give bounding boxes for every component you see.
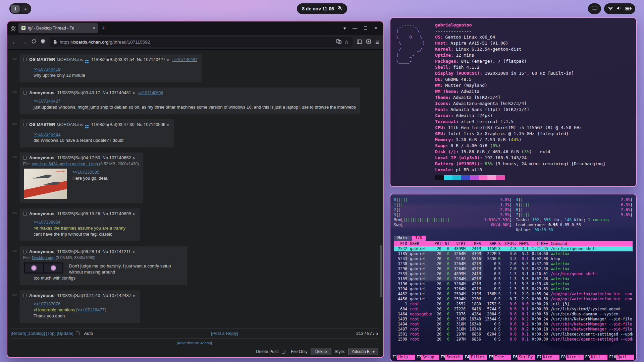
post-menu-arrow-icon[interactable]: ▶ — [133, 294, 136, 297]
post-backlink[interactable]: >>107140506 — [138, 90, 163, 95]
column-header[interactable]: MEM% — [517, 241, 529, 246]
process-row[interactable]: 1464messagebus200787642642084S0.00.10:00… — [394, 312, 633, 317]
close-button[interactable]: × — [374, 25, 377, 32]
column-header[interactable]: SHR — [481, 241, 496, 246]
scrollbar-thumb[interactable] — [380, 245, 382, 297]
quote-link[interactable]: >>107140427 — [34, 99, 60, 104]
post-number[interactable]: No.107141211 — [103, 249, 131, 254]
fkey-label[interactable]: Filter — [469, 355, 487, 360]
post-checkbox[interactable] — [23, 123, 27, 126]
column-header[interactable]: PRI — [432, 241, 441, 246]
post-checkbox[interactable] — [23, 250, 27, 253]
post-menu-arrow-icon[interactable]: ▶ — [133, 212, 136, 216]
fkey[interactable]: F5 — [487, 355, 493, 360]
post-number[interactable]: No.107142487 — [103, 293, 131, 298]
fkey-label[interactable]: Setup — [421, 355, 439, 360]
translate-icon[interactable]: A — [336, 39, 341, 45]
style-select[interactable]: Yotsuba B ▾ — [348, 348, 378, 355]
quote-link[interactable]: >>107135585 — [72, 170, 99, 175]
column-header[interactable]: NI — [441, 241, 449, 246]
column-header[interactable]: USER — [407, 241, 432, 246]
process-row[interactable]: 1501root200297M68566204S0.00.10:00.00/us… — [394, 332, 633, 337]
tab-list-chevron-icon[interactable]: ▾ — [343, 25, 346, 31]
quote-link[interactable]: >>107139964 — [34, 220, 60, 225]
column-header[interactable]: TIME+ — [529, 241, 548, 246]
column-header[interactable]: PID — [394, 241, 407, 246]
fkey-label[interactable]: Quit — [616, 355, 634, 360]
quick-settings[interactable] — [604, 3, 635, 14]
process-row[interactable]: 4452gabriel2002584M219M136MS1.32.90:05.9… — [394, 292, 633, 297]
screen-share-indicator[interactable] — [588, 3, 601, 14]
file-only-checkbox[interactable] — [282, 350, 285, 354]
fkey-label[interactable]: Nice + — [566, 355, 584, 360]
process-row[interactable]: 1493root200318M1634813344S0.00.20:00.24/… — [394, 317, 633, 322]
tracking-shield-icon[interactable] — [41, 39, 45, 45]
process-row[interactable]: 684root2002722064165744S0.00.10:00.09/us… — [394, 307, 633, 312]
process-table-header[interactable]: PIDUSERPRINIVIRTRESSHRSCPU%▽MEM%TIME+Com… — [394, 241, 633, 246]
column-header[interactable]: CPU%▽ — [502, 241, 517, 246]
fkey[interactable]: F6 — [511, 355, 518, 360]
fkey[interactable]: F2 — [415, 355, 421, 360]
url-text[interactable]: https://boards.4chan.org/g/thread/107115… — [60, 40, 150, 45]
process-row[interactable]: 1509root200297M68560S0.00.10:00.00/usr/l… — [394, 337, 633, 342]
post-menu-arrow-icon[interactable]: ▶ — [167, 123, 170, 126]
post-checkbox[interactable] — [23, 294, 27, 297]
post-number[interactable]: No.107140652 — [103, 155, 131, 160]
htop-tab[interactable]: I/O — [412, 236, 426, 241]
fkey-label[interactable]: Tree — [493, 355, 511, 360]
quote-link[interactable]: >>107140419 — [34, 67, 60, 72]
fkey[interactable]: F10 — [607, 355, 616, 360]
process-row[interactable]: 4456gabriel2002584M220M0S0.72.90:00.38/a… — [394, 297, 633, 302]
tab-overview-icon[interactable] — [11, 26, 15, 31]
quote-link[interactable]: >>107140481 — [34, 132, 60, 137]
quote-link[interactable]: >>107137076 — [34, 301, 60, 306]
file-link[interactable]: yande.re 6434 mecha mecha(...).png — [32, 162, 98, 166]
browser-tab[interactable]: /g/ - Desktop Thread - Te × — [18, 23, 98, 33]
column-header[interactable]: Command — [548, 241, 633, 246]
back-button[interactable]: ← — [12, 39, 17, 45]
post-checkbox[interactable] — [23, 212, 27, 216]
process-row[interactable]: 3196gabriel2003264M421M0S1.35.50:19.48wa… — [394, 282, 633, 287]
fkey[interactable]: F1 — [392, 355, 397, 360]
post-menu-arrow-icon[interactable]: ▶ — [133, 91, 136, 95]
fkey-label[interactable]: SortBy — [518, 355, 535, 360]
fkey-label[interactable]: Search — [445, 355, 463, 360]
htop-terminal[interactable]: 0[||||5.8%]4[|2.0%]1[||1.3%]5[||||6.5%]2… — [390, 194, 637, 361]
post-checkbox[interactable] — [23, 156, 27, 160]
sidebar-icon[interactable] — [357, 39, 362, 45]
thread-nav-link[interactable]: [Update] — [57, 331, 73, 336]
url-bar[interactable]: https://boards.4chan.org/g/thread/107115… — [50, 37, 353, 47]
htop-tab[interactable]: Main — [394, 236, 411, 241]
menu-button[interactable]: ≡ — [375, 39, 379, 46]
file-link[interactable]: Desktop.png — [32, 255, 54, 260]
process-row[interactable]: 3189gabriel2003264M421M0S1.35.50:07.88wa… — [394, 277, 633, 282]
column-header[interactable]: S — [496, 241, 502, 246]
image-thumbnail[interactable]: MiG-60 — [24, 169, 67, 199]
post-menu-arrow-icon[interactable]: ▶ — [133, 156, 136, 160]
post-menu-arrow-icon[interactable]: ▶ — [133, 250, 135, 253]
column-header[interactable]: RES — [466, 241, 481, 246]
fkey[interactable]: F4 — [463, 355, 469, 360]
thread-nav-link[interactable]: [Top] — [46, 331, 56, 336]
fkey-label[interactable]: Help — [397, 355, 415, 360]
post-a-reply-link[interactable]: [Post a Reply] — [211, 331, 238, 336]
tab-close-icon[interactable]: × — [93, 26, 95, 31]
post-menu-arrow-icon[interactable]: ▶ — [167, 58, 170, 61]
fkey[interactable]: F8 — [559, 355, 566, 360]
process-row[interactable]: 1root200255218801752S0.00.00:00.28init [… — [394, 302, 633, 307]
process-row[interactable]: 1494root200318M163480S0.00.20:00.00/usr/… — [394, 322, 633, 327]
extensions-icon[interactable] — [366, 39, 371, 45]
column-header[interactable]: VIRT — [449, 241, 466, 246]
process-row[interactable]: 2553gabriel2004899M241M0S1.33.10:10.01/u… — [394, 272, 633, 277]
maximize-button[interactable] — [364, 26, 367, 30]
fkey[interactable]: F3 — [439, 355, 445, 360]
fastfetch-terminal[interactable]: _-----_ ( \ \ 0 \ \ ) / _/ ( _- \____- g… — [390, 17, 637, 187]
post-backlink[interactable]: >>107140481 — [172, 57, 197, 62]
reload-button[interactable] — [31, 39, 36, 45]
thread-nav-link[interactable]: [Catalog] — [28, 331, 45, 336]
fkey-label[interactable]: Kill — [590, 355, 607, 360]
process-row[interactable]: 3296gabriel2003264M421M0S2.05.50:32.50wa… — [394, 266, 633, 272]
fkey-label[interactable]: Nice - — [542, 355, 559, 360]
image-thumbnail[interactable] — [24, 262, 63, 274]
process-row[interactable]: 3238gabriel2003264M421M0S2.65.50:37.90wa… — [394, 261, 633, 266]
